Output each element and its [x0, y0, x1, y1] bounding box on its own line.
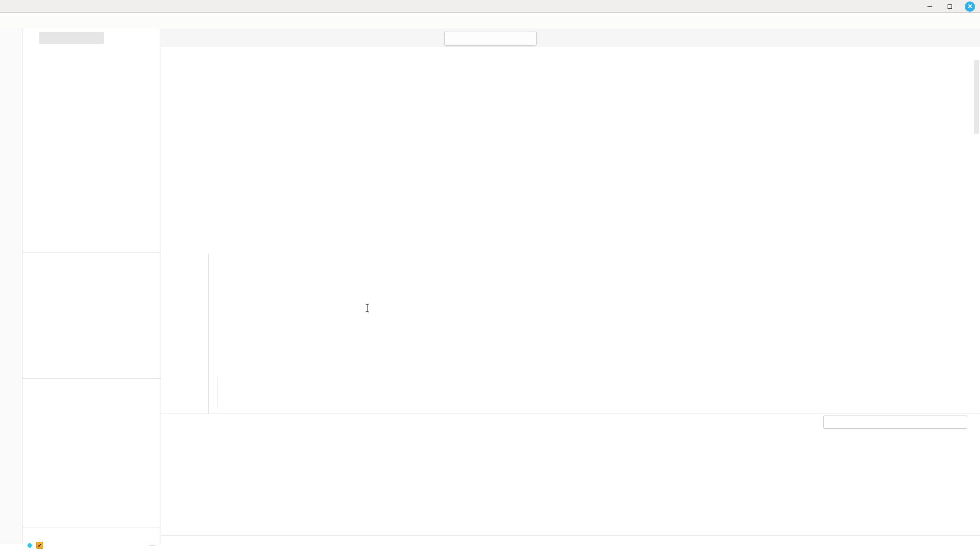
code-editor[interactable]: [161, 60, 980, 414]
mouse-cursor: [364, 303, 370, 315]
debug-console-output[interactable]: [161, 431, 980, 535]
run-toolbar: [23, 30, 161, 45]
bottom-panel: [161, 414, 980, 544]
console-input-row[interactable]: [161, 535, 980, 544]
debug-configuration-dropdown[interactable]: [39, 32, 104, 44]
editor-tabs: [161, 28, 980, 47]
close-button[interactable]: ✕: [965, 1, 975, 12]
call-stack-section-header[interactable]: [23, 378, 161, 390]
minimap[interactable]: [927, 60, 973, 414]
minimize-button[interactable]: [926, 2, 934, 11]
editor-scrollbar[interactable]: [973, 60, 980, 414]
variables-section-header[interactable]: [23, 46, 161, 58]
indent-guide: [218, 377, 218, 407]
breadcrumb: [161, 47, 980, 60]
indent-guide: [208, 254, 209, 414]
editor-group: [161, 28, 980, 544]
call-stack-frame[interactable]: [23, 391, 161, 402]
status-bar: [0, 544, 980, 558]
console-filter-input[interactable]: [823, 416, 967, 429]
menu-bar: [0, 13, 980, 28]
panel-tabs: [161, 414, 980, 431]
debug-sidebar: ✓: [23, 28, 161, 544]
title-bar: ✕: [0, 0, 980, 13]
main-area: ✓: [0, 28, 980, 544]
scope-locals-row[interactable]: [23, 59, 161, 71]
window-controls: ✕: [926, 0, 975, 13]
maximize-button[interactable]: [945, 2, 954, 11]
debug-toolbar: [444, 31, 537, 46]
watch-section-header[interactable]: [23, 252, 161, 264]
activity-bar: [0, 28, 23, 544]
breakpoints-section-header[interactable]: [23, 528, 161, 539]
